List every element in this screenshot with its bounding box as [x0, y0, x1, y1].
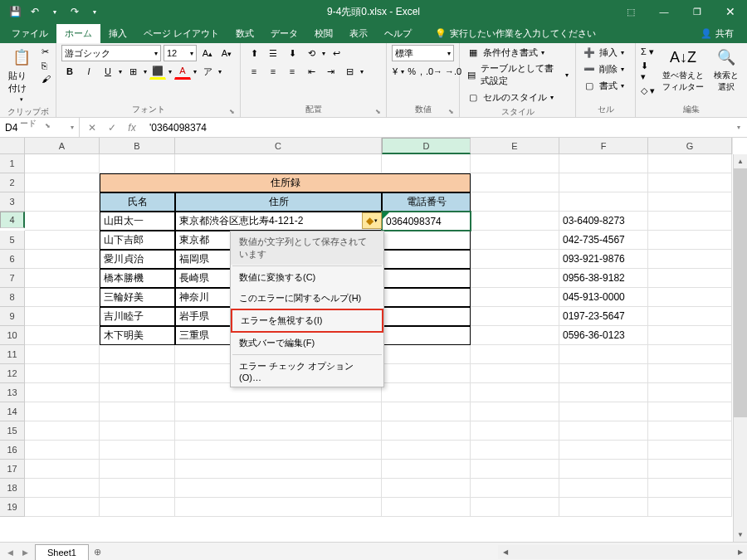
- cell-G6[interactable]: [648, 250, 732, 269]
- cell-A2[interactable]: [25, 173, 100, 192]
- cell-D13[interactable]: [382, 383, 471, 402]
- currency-icon[interactable]: ¥: [392, 63, 398, 80]
- cell-B1[interactable]: [100, 154, 175, 173]
- error-smart-tag[interactable]: ◆▾: [362, 212, 382, 229]
- cell-D8[interactable]: [382, 288, 471, 307]
- cell-E3[interactable]: [471, 192, 559, 212]
- cell-G14[interactable]: [648, 402, 732, 421]
- cell-A12[interactable]: [25, 364, 100, 383]
- row-header[interactable]: 15: [0, 421, 25, 441]
- cell-E10[interactable]: [471, 326, 559, 345]
- cell-E16[interactable]: [471, 441, 559, 460]
- cell-C1[interactable]: [175, 154, 382, 173]
- cell-D19[interactable]: [382, 498, 471, 517]
- comma-icon[interactable]: ,: [419, 63, 423, 80]
- menu-edit-formula-bar[interactable]: 数式バーで編集(F): [231, 333, 383, 353]
- fill-icon[interactable]: ⬇ ▾: [641, 61, 656, 82]
- cell-G7[interactable]: [648, 269, 732, 288]
- cell-A10[interactable]: [25, 326, 100, 345]
- cell-B10[interactable]: 木下明美: [100, 326, 175, 345]
- tab-insert[interactable]: 挿入: [100, 24, 135, 43]
- cell-F9[interactable]: 0197-23-5647: [559, 307, 648, 326]
- increase-indent-icon[interactable]: ⇥: [322, 63, 339, 80]
- menu-ignore-error[interactable]: エラーを無視する(I): [231, 309, 383, 333]
- cell-F19[interactable]: [559, 498, 648, 517]
- cell-G11[interactable]: [648, 345, 732, 364]
- cell-A7[interactable]: [25, 269, 100, 288]
- border-button[interactable]: ⊞: [124, 63, 141, 80]
- clear-icon[interactable]: ◇ ▾: [641, 85, 656, 96]
- tell-me-search[interactable]: 💡 実行したい作業を入力してください: [428, 24, 603, 43]
- cell-F15[interactable]: [559, 421, 648, 441]
- cell-A13[interactable]: [25, 383, 100, 402]
- cell-F1[interactable]: [559, 154, 648, 173]
- font-name-select[interactable]: 游ゴシック▾: [61, 45, 161, 61]
- cell-B14[interactable]: [100, 402, 175, 421]
- cell-C17[interactable]: [175, 460, 382, 479]
- cell-E4[interactable]: [471, 212, 559, 231]
- cell-B5[interactable]: 山下吉郎: [100, 231, 175, 250]
- row-header[interactable]: 18: [0, 479, 25, 498]
- cell-C3[interactable]: 住所: [175, 192, 382, 212]
- scroll-down-icon[interactable]: ▼: [734, 528, 747, 542]
- cell-F6[interactable]: 093-921-9876: [559, 250, 648, 269]
- row-header[interactable]: 19: [0, 498, 25, 517]
- underline-button[interactable]: U: [100, 63, 116, 80]
- col-header-f[interactable]: F: [559, 138, 648, 154]
- undo-dropdown-icon[interactable]: ▾: [46, 3, 63, 20]
- format-as-table-button[interactable]: ▤テーブルとして書式設定 ▾: [465, 61, 570, 88]
- cell-B7[interactable]: 橋本勝機: [100, 269, 175, 288]
- cell-B18[interactable]: [100, 479, 175, 498]
- align-middle-icon[interactable]: ☰: [265, 45, 281, 61]
- cell-C18[interactable]: [175, 479, 382, 498]
- clipboard-dialog-icon[interactable]: ⬊: [45, 122, 51, 129]
- number-format-select[interactable]: 標準▾: [392, 45, 454, 61]
- col-header-e[interactable]: E: [471, 138, 559, 154]
- row-header[interactable]: 11: [0, 345, 25, 364]
- copy-icon[interactable]: ⎘: [42, 61, 51, 71]
- cell-G5[interactable]: [648, 231, 732, 250]
- close-icon[interactable]: ✕: [714, 0, 747, 23]
- cell-E5[interactable]: [471, 231, 559, 250]
- format-painter-icon[interactable]: 🖌: [42, 74, 51, 84]
- cell-A15[interactable]: [25, 421, 100, 441]
- cell-A8[interactable]: [25, 288, 100, 307]
- cell-A18[interactable]: [25, 479, 100, 498]
- cell-C14[interactable]: [175, 402, 382, 421]
- qat-customize-icon[interactable]: ▾: [86, 3, 103, 20]
- cell-F14[interactable]: [559, 402, 648, 421]
- cell-F8[interactable]: 045-913-0000: [559, 288, 648, 307]
- ribbon-options-icon[interactable]: ⬚: [614, 0, 647, 23]
- cell-B11[interactable]: [100, 345, 175, 364]
- cell-G16[interactable]: [648, 441, 732, 460]
- cell-A3[interactable]: [25, 192, 100, 212]
- cell-E1[interactable]: [471, 154, 559, 173]
- align-center-icon[interactable]: ≡: [265, 63, 281, 80]
- formula-input[interactable]: '0364098374: [144, 122, 730, 134]
- col-header-a[interactable]: A: [25, 138, 100, 154]
- cell-D17[interactable]: [382, 460, 471, 479]
- scroll-up-icon[interactable]: ▲: [734, 154, 747, 168]
- cell-E15[interactable]: [471, 421, 559, 441]
- cell-B13[interactable]: [100, 383, 175, 402]
- row-header[interactable]: 5: [0, 231, 25, 250]
- cell-E9[interactable]: [471, 307, 559, 326]
- italic-button[interactable]: I: [81, 63, 97, 80]
- sheet-nav-prev-icon[interactable]: ◀: [3, 548, 17, 557]
- cell-G12[interactable]: [648, 364, 732, 383]
- align-bottom-icon[interactable]: ⬇: [284, 45, 300, 61]
- cell-D4[interactable]: 0364098374: [382, 212, 471, 231]
- cell-B16[interactable]: [100, 441, 175, 460]
- tab-page-layout[interactable]: ページ レイアウト: [135, 24, 227, 43]
- cell-E13[interactable]: [471, 383, 559, 402]
- font-dialog-icon[interactable]: ⬊: [229, 108, 235, 115]
- minimize-icon[interactable]: —: [647, 0, 681, 23]
- cell-B12[interactable]: [100, 364, 175, 383]
- tab-data[interactable]: データ: [262, 24, 306, 43]
- cell-E12[interactable]: [471, 364, 559, 383]
- cell-E18[interactable]: [471, 479, 559, 498]
- menu-error-help[interactable]: このエラーに関するヘルプ(H): [231, 288, 383, 309]
- undo-icon[interactable]: ↶: [27, 3, 43, 20]
- row-header[interactable]: 12: [0, 364, 25, 383]
- cell-B17[interactable]: [100, 460, 175, 479]
